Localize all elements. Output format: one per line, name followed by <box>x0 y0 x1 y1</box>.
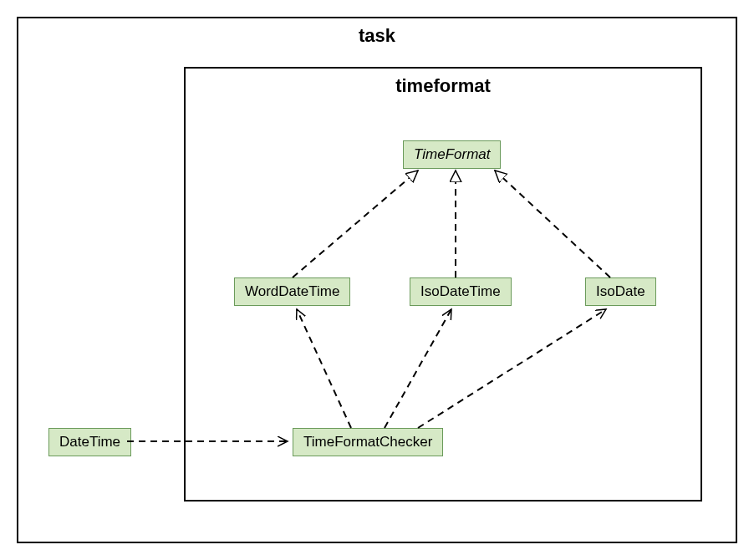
class-datetime: DateTime <box>48 428 131 456</box>
class-timeformat: TimeFormat <box>403 140 501 169</box>
class-isodate: IsoDate <box>585 277 656 306</box>
package-timeformat-label: timeformat <box>395 75 491 97</box>
package-task-label: task <box>359 25 395 47</box>
class-worddatetime: WordDateTime <box>234 277 350 306</box>
class-timeformatchecker: TimeFormatChecker <box>293 428 443 456</box>
class-isodatetime: IsoDateTime <box>410 277 512 306</box>
